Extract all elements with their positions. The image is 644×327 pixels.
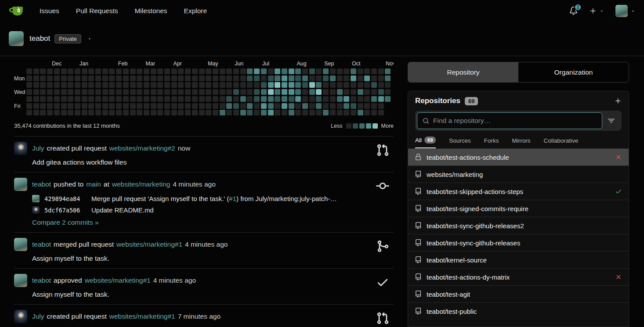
- heatmap-cell[interactable]: [157, 96, 163, 102]
- heatmap-cell[interactable]: [47, 75, 53, 81]
- heatmap-cell[interactable]: [171, 75, 177, 81]
- heatmap-cell[interactable]: [206, 110, 211, 115]
- heatmap-cell[interactable]: [109, 103, 115, 109]
- heatmap-cell[interactable]: [47, 82, 53, 88]
- heatmap-cell[interactable]: [254, 68, 260, 74]
- heatmap-cell[interactable]: [206, 103, 211, 109]
- heatmap-cell[interactable]: [123, 68, 129, 74]
- heatmap-cell[interactable]: [364, 103, 370, 109]
- heatmap-cell[interactable]: [295, 110, 301, 115]
- heatmap-cell[interactable]: [233, 103, 239, 109]
- heatmap-cell[interactable]: [233, 68, 239, 74]
- heatmap-cell[interactable]: [371, 82, 377, 88]
- heatmap-cell[interactable]: [289, 110, 294, 115]
- heatmap-cell[interactable]: [116, 103, 122, 109]
- heatmap-cell[interactable]: [378, 110, 384, 115]
- heatmap-cell[interactable]: [109, 82, 115, 88]
- heatmap-cell[interactable]: [385, 96, 391, 102]
- heatmap-cell[interactable]: [316, 68, 322, 74]
- heatmap-cell[interactable]: [68, 68, 73, 74]
- heatmap-cell[interactable]: [247, 96, 253, 102]
- heatmap-cell[interactable]: [289, 75, 294, 81]
- heatmap-cell[interactable]: [26, 82, 32, 88]
- heatmap-cell[interactable]: [220, 89, 225, 95]
- heatmap-cell[interactable]: [220, 110, 225, 115]
- heatmap-cell[interactable]: [371, 103, 377, 109]
- heatmap-cell[interactable]: [364, 110, 370, 115]
- heatmap-cell[interactable]: [185, 110, 191, 115]
- heatmap-cell[interactable]: [33, 68, 39, 74]
- heatmap-cell[interactable]: [289, 103, 294, 109]
- heatmap-cell[interactable]: [254, 103, 260, 109]
- heatmap-cell[interactable]: [323, 82, 329, 88]
- heatmap-cell[interactable]: [358, 96, 363, 102]
- commit-sha-link[interactable]: 429894ea84: [44, 195, 87, 202]
- heatmap-cell[interactable]: [309, 82, 315, 88]
- heatmap-cell[interactable]: [295, 96, 301, 102]
- heatmap-cell[interactable]: [358, 89, 363, 95]
- heatmap-cell[interactable]: [95, 96, 101, 102]
- tab-organization[interactable]: Organization: [518, 62, 629, 82]
- heatmap-cell[interactable]: [337, 82, 343, 88]
- heatmap-cell[interactable]: [82, 89, 87, 95]
- heatmap-cell[interactable]: [82, 75, 87, 81]
- chevron-down-icon[interactable]: [87, 36, 92, 41]
- nav-item-pull-requests[interactable]: Pull Requests: [76, 7, 118, 15]
- heatmap-cell[interactable]: [371, 75, 377, 81]
- heatmap-cell[interactable]: [116, 110, 122, 115]
- heatmap-cell[interactable]: [261, 89, 267, 95]
- heatmap-cell[interactable]: [358, 82, 363, 88]
- heatmap-cell[interactable]: [240, 96, 246, 102]
- heatmap-cell[interactable]: [351, 75, 356, 81]
- heatmap-cell[interactable]: [282, 103, 287, 109]
- heatmap-cell[interactable]: [33, 110, 39, 115]
- heatmap-cell[interactable]: [47, 89, 53, 95]
- nav-item-milestones[interactable]: Milestones: [134, 7, 167, 15]
- heatmap-cell[interactable]: [54, 110, 60, 115]
- heatmap-cell[interactable]: [75, 96, 80, 102]
- heatmap-cell[interactable]: [378, 89, 384, 95]
- heatmap-cell[interactable]: [192, 82, 198, 88]
- heatmap-cell[interactable]: [82, 103, 87, 109]
- heatmap-cell[interactable]: [275, 103, 280, 109]
- heatmap-cell[interactable]: [282, 96, 287, 102]
- heatmap-cell[interactable]: [47, 96, 53, 102]
- heatmap-cell[interactable]: [95, 110, 101, 115]
- feed-target-link[interactable]: websites/marketing#1: [85, 277, 151, 284]
- heatmap-cell[interactable]: [164, 68, 170, 74]
- heatmap-cell[interactable]: [144, 96, 149, 102]
- heatmap-cell[interactable]: [337, 96, 343, 102]
- heatmap-cell[interactable]: [68, 82, 73, 88]
- heatmap-cell[interactable]: [275, 96, 280, 102]
- heatmap-cell[interactable]: [185, 82, 191, 88]
- heatmap-cell[interactable]: [137, 68, 142, 74]
- heatmap-cell[interactable]: [171, 68, 177, 74]
- repo-list-item[interactable]: teabot/test-public: [408, 302, 629, 320]
- repo-list-item[interactable]: websites/marketing: [408, 165, 629, 183]
- heatmap-cell[interactable]: [109, 89, 115, 95]
- filter-tab-all[interactable]: All 69: [415, 137, 436, 148]
- heatmap-cell[interactable]: [275, 75, 280, 81]
- heatmap-cell[interactable]: [88, 68, 94, 74]
- repo-list-item[interactable]: teabot/test-actions-dy-matrix: [408, 268, 629, 285]
- heatmap-cell[interactable]: [26, 68, 32, 74]
- heatmap-cell[interactable]: [295, 103, 301, 109]
- feed-target-link[interactable]: websites/marketing#2: [109, 144, 175, 152]
- heatmap-cell[interactable]: [40, 75, 46, 81]
- heatmap-cell[interactable]: [220, 96, 225, 102]
- heatmap-cell[interactable]: [33, 89, 39, 95]
- heatmap-cell[interactable]: [178, 89, 184, 95]
- heatmap-cell[interactable]: [199, 110, 205, 115]
- heatmap-cell[interactable]: [330, 96, 336, 102]
- heatmap-cell[interactable]: [316, 96, 322, 102]
- heatmap-cell[interactable]: [378, 75, 384, 81]
- heatmap-cell[interactable]: [137, 89, 142, 95]
- avatar[interactable]: [14, 310, 27, 323]
- heatmap-cell[interactable]: [130, 96, 136, 102]
- heatmap-cell[interactable]: [226, 96, 232, 102]
- heatmap-cell[interactable]: [220, 75, 225, 81]
- heatmap-cell[interactable]: [240, 68, 246, 74]
- notifications-button[interactable]: 1: [569, 7, 578, 15]
- avatar[interactable]: [14, 238, 27, 251]
- heatmap-cell[interactable]: [61, 89, 67, 95]
